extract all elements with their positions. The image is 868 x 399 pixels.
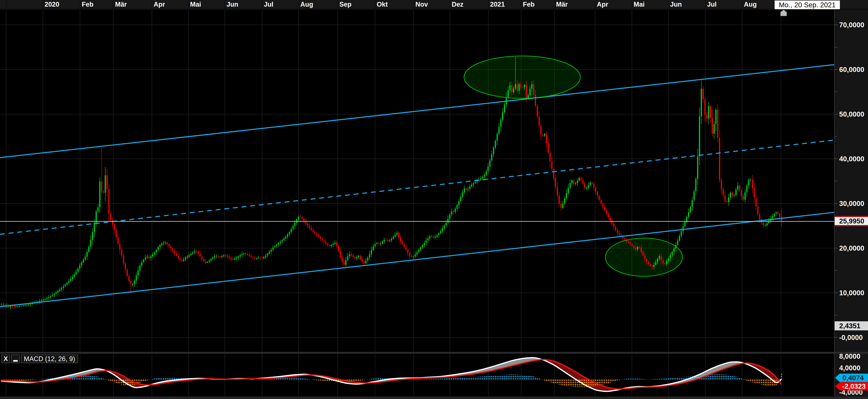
axis-minor-tick bbox=[835, 181, 837, 181]
current-price-value: 25,9950 bbox=[839, 217, 864, 225]
minimize-icon bbox=[13, 360, 18, 362]
month-separator bbox=[450, 0, 450, 9]
month-label-jun: Jun bbox=[670, 1, 682, 8]
axis-minor-tick bbox=[835, 270, 837, 270]
month-label-mai: Mai bbox=[633, 1, 645, 8]
price-label: 30,0000 bbox=[839, 200, 864, 207]
month-separator bbox=[521, 0, 522, 9]
close-icon: X bbox=[4, 355, 8, 363]
month-label-mär: Mär bbox=[115, 1, 127, 8]
level-marker-value: 2,4351 bbox=[839, 322, 860, 330]
month-separator bbox=[188, 0, 189, 9]
price-label: 50,0000 bbox=[839, 110, 864, 118]
macd-panel-header: X MACD (12, 26, 9) bbox=[1, 354, 78, 364]
macd-minimize-button[interactable] bbox=[11, 354, 20, 363]
month-separator bbox=[742, 0, 743, 9]
signal-value: -2,0323 bbox=[842, 382, 866, 390]
month-label-jun: Jun bbox=[226, 1, 238, 8]
price-label: 40,0000 bbox=[839, 155, 864, 163]
axis-minor-tick bbox=[835, 47, 837, 48]
macd-title-text: MACD (12, 26, 9) bbox=[24, 355, 75, 363]
window-bottom-edge bbox=[0, 397, 868, 399]
axis-minor-tick bbox=[835, 92, 837, 92]
month-separator bbox=[375, 0, 375, 9]
month-label-okt: Okt bbox=[377, 1, 388, 8]
month-label-mär: Mär bbox=[556, 1, 568, 8]
axis-tick bbox=[835, 337, 838, 338]
month-separator bbox=[632, 0, 632, 9]
axis-tick bbox=[835, 69, 838, 70]
axis-minor-tick bbox=[835, 136, 837, 137]
month-separator bbox=[6, 0, 6, 9]
macd-value-badge: 0,4074 bbox=[835, 374, 868, 382]
price-label: 20,0000 bbox=[839, 244, 864, 252]
month-label-apr: Apr bbox=[597, 1, 608, 8]
axis-tick bbox=[835, 293, 838, 293]
month-label-apr: Apr bbox=[154, 1, 165, 8]
month-separator bbox=[595, 0, 595, 9]
date-tooltip: Mo., 20 Sep. 2021 bbox=[775, 1, 840, 9]
month-separator bbox=[262, 0, 262, 9]
axis-tick bbox=[835, 248, 838, 248]
trendline-channel-mid[interactable] bbox=[0, 140, 834, 234]
month-label-2021: 2021 bbox=[490, 1, 505, 8]
month-label-mai: Mai bbox=[190, 1, 201, 8]
chart-canvas[interactable] bbox=[0, 0, 834, 399]
level-marker-chip: 2,4351 bbox=[835, 321, 868, 330]
axis-tick bbox=[835, 114, 838, 114]
month-separator bbox=[338, 0, 338, 9]
month-separator bbox=[299, 0, 299, 9]
price-label: 70,0000 bbox=[839, 21, 864, 29]
month-label-jul: Jul bbox=[707, 1, 717, 8]
month-separator bbox=[414, 0, 414, 9]
chart-window: 2020FebMärAprMaiJunJulAugSepOktNovDez202… bbox=[0, 0, 868, 399]
month-label-aug: Aug bbox=[744, 1, 757, 8]
month-separator bbox=[225, 0, 225, 9]
axis-tick bbox=[835, 203, 838, 204]
axis-tick bbox=[835, 25, 838, 25]
price-label: 60,0000 bbox=[839, 66, 864, 74]
time-axis-border bbox=[0, 9, 868, 10]
month-label-sep: Sep bbox=[339, 1, 351, 8]
month-separator bbox=[80, 0, 81, 9]
current-price-chip: 25,9950 bbox=[835, 216, 868, 226]
price-label: 10,0000 bbox=[839, 289, 864, 297]
month-separator bbox=[43, 0, 43, 9]
macd-value: 0,4074 bbox=[842, 374, 864, 382]
signal-value-badge: -2,0323 bbox=[835, 382, 868, 391]
month-label-feb: Feb bbox=[523, 1, 535, 8]
month-separator bbox=[705, 0, 706, 9]
axis-tick bbox=[835, 159, 838, 159]
month-separator bbox=[152, 0, 152, 9]
macd-close-button[interactable]: X bbox=[1, 354, 10, 363]
month-label-feb: Feb bbox=[82, 1, 94, 8]
month-separator bbox=[488, 0, 489, 9]
macd-fill bbox=[623, 362, 744, 389]
month-label-jul: Jul bbox=[264, 1, 273, 8]
month-label-nov: Nov bbox=[415, 1, 428, 8]
macd-indicator-label[interactable]: MACD (12, 26, 9) bbox=[21, 354, 78, 363]
price-axis[interactable]: 25,9950 2,4351 0,4074 -2,0323 70,000060,… bbox=[834, 0, 868, 399]
month-label-aug: Aug bbox=[300, 1, 313, 8]
macd-fill bbox=[744, 363, 781, 384]
month-separator bbox=[554, 0, 555, 9]
month-label-dez: Dez bbox=[452, 1, 464, 8]
macd-axis-label: 4,0000 bbox=[839, 364, 860, 372]
price-label: -0,0000 bbox=[839, 334, 863, 341]
month-label-2020: 2020 bbox=[44, 1, 59, 8]
axis-minor-tick bbox=[835, 315, 837, 315]
month-separator bbox=[113, 0, 114, 9]
month-separator bbox=[669, 0, 669, 9]
date-tooltip-text: Mo., 20 Sep. 2021 bbox=[779, 1, 836, 9]
panel-divider[interactable] bbox=[0, 352, 868, 354]
trendline-channel-lower[interactable] bbox=[0, 212, 834, 307]
time-axis[interactable]: 2020FebMärAprMaiJunJulAugSepOktNovDez202… bbox=[0, 0, 868, 9]
